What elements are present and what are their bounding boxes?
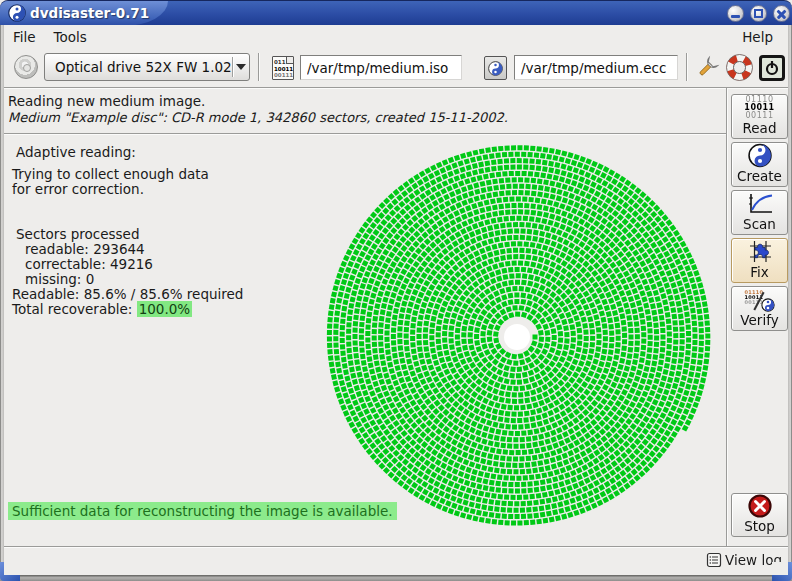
menu-tools[interactable]: Tools [45, 27, 96, 47]
sidebar-divider [726, 88, 728, 546]
mode-description: Trying to collect enough data [12, 166, 209, 182]
binary-read-icon: 01110 10011 00111 [744, 96, 774, 120]
titlebar[interactable]: dvdisaster-0.71 [0, 0, 792, 25]
read-button[interactable]: 01110 10011 00111 Read [731, 94, 788, 139]
total-recoverable: Total recoverable: 100.0% [12, 301, 192, 317]
medium-info-line: Medium "Example disc": CD-R mode 1, 3428… [8, 110, 508, 125]
medium-sector-spiral [240, 137, 740, 543]
mode-description: for error correction. [12, 181, 144, 197]
sectors-readable: readable: 293644 [25, 241, 145, 257]
maximize-icon [754, 9, 763, 18]
drive-selector[interactable]: Optical drive 52X FW 1.02 [44, 53, 250, 81]
statusbar-divider [0, 546, 792, 548]
window-border-bottom[interactable] [0, 575, 792, 581]
resize-corner-left[interactable] [0, 562, 20, 581]
menubar: File Tools Help [4, 25, 788, 48]
stop-button[interactable]: Stop [731, 493, 788, 537]
ecc-file-icon [484, 56, 507, 80]
iso-file-icon: 011 10011 00111 [272, 56, 294, 80]
drive-selector-value: Optical drive 52X FW 1.02 [45, 59, 232, 75]
mode-label: Adaptive reading: [16, 144, 136, 160]
sectors-missing: missing: 0 [25, 271, 94, 287]
sectors-correctable: correctable: 49216 [25, 256, 153, 272]
chevron-down-icon [236, 64, 246, 70]
recoverable-value-badge: 100.0% [137, 301, 192, 317]
result-message: Sufficient data for reconstructing the i… [8, 502, 397, 520]
wrench-icon[interactable] [694, 54, 721, 81]
compare-verify-icon: 01110 10011 00111 [745, 290, 775, 312]
dvdisaster-window: dvdisaster-0.71 File Tools Help Optical … [0, 0, 792, 581]
maximize-button[interactable] [750, 5, 767, 22]
scan-button[interactable]: Scan [731, 190, 788, 235]
readable-percent: Readable: 85.6% / 85.6% required [12, 286, 243, 302]
app-yinyang-icon [8, 4, 26, 22]
create-button[interactable]: Create [731, 142, 788, 187]
lifebuoy-help-icon[interactable] [726, 54, 753, 81]
minimize-button[interactable] [727, 5, 744, 22]
resize-corner-right[interactable] [772, 562, 792, 581]
menu-help[interactable]: Help [733, 27, 782, 47]
fix-button[interactable]: Fix [731, 238, 788, 283]
window-title: dvdisaster-0.71 [30, 5, 149, 21]
status-headline: Reading new medium image. [8, 93, 205, 109]
toolbar-groove [0, 87, 792, 89]
window-border-right[interactable] [788, 25, 792, 575]
drive-selector-arrow[interactable] [233, 64, 249, 70]
chart-scan-icon [746, 192, 774, 216]
ecc-path-input[interactable] [514, 55, 678, 80]
sectors-title: Sectors processed [16, 226, 139, 242]
view-log-toggle[interactable]: View log [706, 552, 782, 568]
toolbar-separator [686, 53, 688, 81]
close-button[interactable] [773, 5, 790, 22]
puzzle-fix-icon [746, 239, 774, 264]
stop-x-icon [748, 494, 772, 518]
menu-file[interactable]: File [4, 27, 45, 47]
iso-path-input[interactable] [300, 55, 462, 80]
toolbar-separator [258, 53, 260, 81]
minimize-icon [731, 15, 740, 18]
yinyang-create-icon [747, 143, 773, 168]
optical-drive-icon [14, 55, 38, 79]
power-quit-icon[interactable] [759, 55, 785, 81]
window-border-left[interactable] [0, 25, 4, 575]
verify-button[interactable]: 01110 10011 00111 Verify [731, 286, 788, 331]
toolbar: Optical drive 52X FW 1.02 011 10011 0011… [4, 48, 788, 87]
log-list-icon [706, 552, 722, 568]
header-divider [0, 133, 726, 135]
